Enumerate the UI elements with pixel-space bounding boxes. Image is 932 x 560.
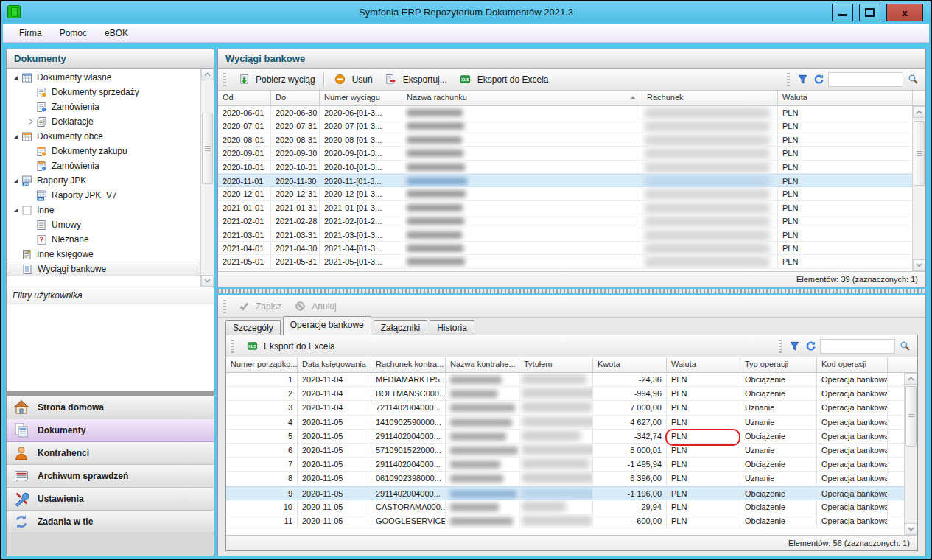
table-row[interactable]: 2020-09-012020-09-302020-09-[01-3...PLN — [218, 147, 925, 160]
scroll-down-icon[interactable] — [913, 259, 925, 271]
sidebar-item-zadania-w-tle[interactable]: Zadania w tle — [7, 511, 214, 533]
refresh-icon[interactable] — [802, 339, 819, 354]
table-row[interactable]: 2021-05-012021-05-312021-05-[01-3...PLN — [218, 255, 925, 268]
column-header-kwota[interactable]: Kwota — [593, 357, 667, 372]
tab-za-czniki[interactable]: Załączniki — [374, 320, 427, 335]
table-row[interactable]: 2020-10-012020-10-312020-10-[01-3...PLN — [218, 161, 925, 174]
tree-item-dokumenty-w-asne[interactable]: Dokumenty własne — [7, 70, 200, 85]
sidebar-item-kontrahenci[interactable]: Kontrahenci — [7, 442, 214, 465]
table-row[interactable]: 2021-01-012021-01-312021-01-[01-3...PLN — [218, 201, 925, 214]
table-row[interactable]: 82020-11-050610902398000...6 396,00PLNUz… — [226, 472, 917, 486]
table-row[interactable]: 2020-11-012020-11-302020-11-[01-3...PLN — [218, 174, 925, 187]
tab-operacje-bankowe[interactable]: Operacje bankowe — [283, 316, 371, 335]
tree-item-zam-wienia[interactable]: Zamówienia — [7, 99, 200, 114]
filter-icon[interactable] — [786, 339, 802, 354]
close-button[interactable]: x — [886, 4, 923, 21]
tree-item-raporty-jpk[interactable]: JPKRaporty JPK — [7, 173, 200, 188]
scroll-down-icon[interactable] — [201, 275, 214, 287]
column-header-rachunek-kontra[interactable]: Rachunek kontra... — [371, 357, 446, 372]
eksport-do-excela-button[interactable]: XLSEksport do Excela — [452, 70, 554, 89]
column-header-od[interactable]: Od — [218, 91, 271, 105]
expanded-expander-icon[interactable] — [11, 74, 21, 80]
title-bar[interactable]: Symfonia ERP Repozytorium Dokumentów 202… — [1, 1, 931, 22]
filter-icon[interactable] — [794, 72, 810, 87]
column-header-nazwa-rachunku[interactable]: Nazwa rachunku — [402, 91, 642, 105]
table-row[interactable]: 2021-04-012021-04-302021-04-[01-3...PLN — [218, 242, 925, 255]
column-header-nazwa-kontrahe[interactable]: Nazwa kontrahe... — [446, 357, 519, 372]
tree-item-zam-wienia[interactable]: Zamówienia — [7, 158, 200, 173]
tree-item-dokumenty-obce[interactable]: Dokumenty obce — [7, 129, 200, 144]
table-row[interactable]: 2020-12-012020-12-312020-12-[01-3...PLN — [218, 187, 925, 200]
statements-scrollbar[interactable] — [912, 106, 925, 271]
table-row[interactable]: 42020-11-051410902590000...4 627,00PLNUz… — [226, 416, 917, 430]
cancel-button[interactable]: Anuluj — [287, 297, 341, 316]
column-header-numer-porz-dko[interactable]: Numer porządko... — [226, 357, 298, 372]
menu-item-pomoc[interactable]: Pomoc — [51, 26, 96, 41]
tree-scrollbar-thumb[interactable] — [202, 113, 213, 184]
menu-item-firma[interactable]: Firma — [10, 26, 51, 41]
menu-item-ebok[interactable]: eBOK — [96, 26, 137, 41]
column-header-numer-wyci-gu[interactable]: Numer wyciągu — [320, 91, 402, 105]
table-row[interactable]: 112020-11-05GOOGLESERVICE...-600,00PLNOb… — [226, 514, 917, 528]
toolbar-grip[interactable] — [231, 340, 234, 353]
table-row[interactable]: 92020-11-052911402004000...-1 196,00PLNO… — [226, 486, 917, 500]
tree-scrollbar[interactable] — [200, 69, 214, 287]
sidebar-item-strona-domowa[interactable]: Strona domowa — [7, 396, 214, 419]
operations-search-input[interactable] — [820, 339, 895, 354]
sidebar-divider[interactable] — [7, 391, 214, 396]
table-row[interactable]: 2020-08-012020-08-312020-08-[01-3...PLN — [218, 133, 925, 147]
minimize-button[interactable] — [832, 4, 853, 21]
tab-historia[interactable]: Historia — [430, 320, 474, 335]
save-button[interactable]: Zapisz — [231, 297, 287, 316]
search-icon[interactable] — [905, 72, 921, 87]
table-row[interactable]: 2021-02-012021-02-282021-02-[01-2...PLN — [218, 214, 925, 228]
table-row[interactable]: 72020-11-052911402004000...-1 495,94PLNO… — [226, 458, 917, 472]
expanded-expander-icon[interactable] — [11, 207, 21, 213]
column-header-typ-operacji[interactable]: Typ operacji — [740, 357, 817, 372]
horizontal-splitter[interactable] — [217, 289, 926, 293]
expanded-expander-icon[interactable] — [11, 178, 21, 183]
tree-item-inne[interactable]: Inne — [7, 203, 200, 217]
table-row[interactable]: 62020-11-055710901522000...8 000,01PLNUz… — [226, 444, 917, 458]
table-row[interactable]: 12020-11-04MEDIAMARKTP5...-24,36PLNObcią… — [226, 373, 917, 387]
toolbar-grip[interactable] — [223, 73, 226, 86]
table-row[interactable]: 102020-11-05CASTORAMA000...-29,94PLNObci… — [226, 500, 917, 514]
table-row[interactable]: 52020-11-052911402004000...-342,74PLNObc… — [226, 430, 917, 444]
expanded-expander-icon[interactable] — [11, 133, 21, 139]
operations-scrollbar-thumb[interactable] — [905, 386, 917, 447]
tree-item-dokumenty-sprzeda-y[interactable]: Dokumenty sprzedaży — [7, 85, 200, 99]
column-header-waluta[interactable]: Waluta — [667, 357, 740, 372]
tree-item-deklaracje[interactable]: Deklaracje — [7, 114, 200, 129]
search-icon[interactable] — [897, 339, 913, 354]
toolbar-grip[interactable] — [787, 73, 790, 86]
tree-item-raporty-jpk-v7[interactable]: JPKRaporty JPK_V7 — [7, 188, 200, 203]
scroll-up-icon[interactable] — [201, 69, 214, 80]
eksport-do-excela-button[interactable]: XLSEksport do Excela — [239, 337, 340, 356]
statements-scrollbar-thumb[interactable] — [914, 121, 925, 186]
table-row[interactable]: 32020-11-047211402004000...7 000,00PLNUz… — [226, 401, 917, 415]
column-header-rachunek[interactable]: Rachunek — [642, 91, 778, 105]
tree-item-umowy[interactable]: Umowy — [7, 217, 200, 232]
scroll-up-icon[interactable] — [913, 106, 925, 118]
column-header-tytu-em[interactable]: Tytułem — [519, 357, 593, 372]
column-header-kod-operacji[interactable]: Kod operacji — [817, 357, 888, 372]
tree-item-inne-ksi-gowe[interactable]: Inne księgowe — [7, 247, 200, 262]
table-row[interactable]: 2021-03-012021-03-312021-03-[01-3...PLN — [218, 228, 925, 242]
collapsed-expander-icon[interactable] — [26, 119, 35, 125]
eksportuj-button[interactable]: Eksportuj... — [378, 70, 452, 89]
statements-search-input[interactable] — [828, 72, 903, 87]
operations-scrollbar[interactable] — [904, 373, 917, 535]
pobierz-wyci-g-button[interactable]: Pobierz wyciąg — [231, 70, 320, 89]
column-header-data-ksi-gowania[interactable]: Data księgowania — [298, 357, 371, 372]
scroll-up-icon[interactable] — [905, 373, 917, 385]
tab-szczeg-y[interactable]: Szczegóły — [225, 320, 281, 335]
tree-item-nieznane[interactable]: ?Nieznane — [7, 232, 200, 247]
sidebar-item-dokumenty[interactable]: Dokumenty — [7, 419, 214, 442]
table-row[interactable]: 2020-06-012020-06-302020-06-[01-3...PLN — [218, 106, 925, 119]
column-header-waluta[interactable]: Waluta — [778, 91, 913, 105]
table-row[interactable]: 2020-07-012020-07-312020-07-[01-3...PLN — [218, 119, 925, 133]
sidebar-item-archiwum-sprawdze[interactable]: Archiwum sprawdzeń — [7, 465, 214, 488]
tree-item-dokumenty-zakupu[interactable]: Dokumenty zakupu — [7, 144, 200, 158]
scroll-down-icon[interactable] — [905, 523, 917, 535]
toolbar-grip[interactable] — [223, 300, 226, 313]
